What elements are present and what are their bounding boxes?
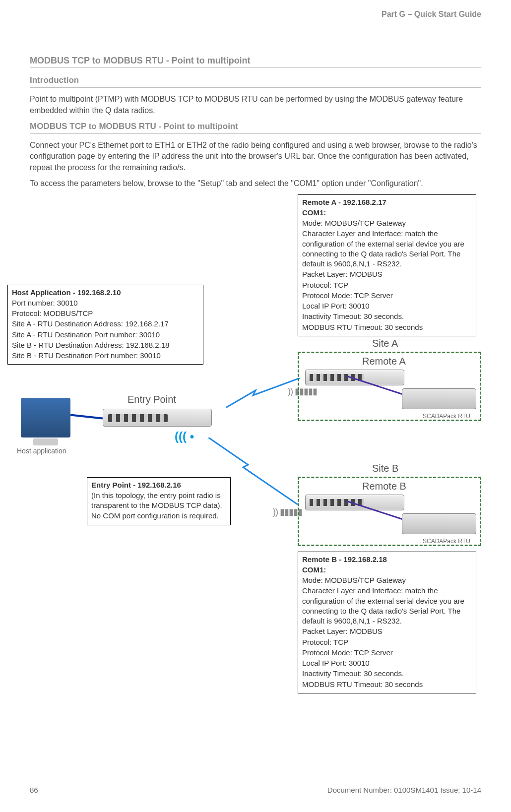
site-b-title: Site B [372, 462, 398, 475]
config-box-host: Host Application - 192.168.2.10 Port num… [7, 285, 203, 365]
entry-point-radio-icon [103, 409, 212, 427]
remote-b-title: Remote B - 192.168.2.18 [302, 555, 472, 564]
remote-a-line: Protocol: TCP [302, 280, 472, 290]
heading-intro: Introduction [30, 75, 481, 88]
host-line: Site A - RTU Destination Address: 192.16… [12, 319, 199, 329]
ethernet-cable-icon [70, 414, 103, 419]
remote-b-line: Inactivity Timeout: 30 seconds. [302, 669, 472, 679]
remote-b-label: Remote B [362, 480, 406, 493]
remote-a-line: Packet Layer: MODBUS [302, 269, 472, 279]
config-box-remote-b: Remote B - 192.168.2.18 COM1: Mode: MODB… [298, 552, 476, 693]
paragraph-connect: Connect your PC's Ethernet port to ETH1 … [30, 140, 481, 173]
page-header-part: Part G – Quick Start Guide [382, 9, 481, 20]
remote-a-line: Local IP Port: 30010 [302, 301, 472, 311]
site-a-graphic: Site A Remote A SCADAPack RTU [298, 340, 481, 422]
remote-a-com: COM1: [302, 208, 472, 218]
site-a-title: Site A [372, 337, 398, 350]
remote-b-line: MODBUS RTU Timeout: 30 seconds [302, 680, 472, 689]
remote-a-title: Remote A - 192.168.2.17 [302, 197, 472, 207]
rtu-a-label: SCADAPack RTU [423, 412, 470, 420]
page-number: 86 [30, 785, 38, 795]
remote-b-com: COM1: [302, 565, 472, 575]
rtu-b-label: SCADAPack RTU [423, 537, 470, 545]
page-footer: 86 Document Number: 0100SM1401 Issue: 10… [30, 785, 481, 795]
remote-a-line: Inactivity Timeout: 30 seconds. [302, 312, 472, 321]
remote-a-radio-icon [305, 370, 404, 385]
site-b-graphic: Site B Remote B SCADAPack RTU [298, 465, 481, 547]
remote-a-label: Remote A [362, 355, 406, 368]
host-entry-graphic: Host application Entry Point ((( • [21, 388, 234, 457]
remote-b-radio-icon [305, 495, 404, 510]
host-line: Site B - RTU Destination Address: 192.16… [12, 340, 199, 350]
host-line: Port number: 30010 [12, 298, 199, 308]
paragraph-intro: Point to multipoint (PTMP) with MODBUS T… [30, 94, 481, 116]
rtu-b-icon [402, 513, 476, 534]
config-box-remote-a: Remote A - 192.168.2.17 COM1: Mode: MODB… [298, 194, 476, 336]
remote-a-line: Character Layer and Interface: match the… [302, 229, 472, 269]
remote-b-line: Character Layer and Interface: match the… [302, 586, 472, 626]
host-pc-icon [21, 398, 70, 437]
wireless-icon: ((( • [175, 429, 194, 444]
remote-b-line: Local IP Port: 30010 [302, 658, 472, 668]
paragraph-access: To access the parameters below, browse t… [30, 178, 481, 189]
host-line: Site B - RTU Destination Port number: 30… [12, 351, 199, 361]
remote-b-line: Protocol Mode: TCP Server [302, 648, 472, 658]
remote-a-line: Protocol Mode: TCP Server [302, 291, 472, 301]
host-line: Protocol: MODBUS/TCP [12, 309, 199, 318]
entry-line: (In this topology, the entry point radio… [91, 491, 226, 511]
heading-repeat: MODBUS TCP to MODBUS RTU - Point to mult… [30, 121, 481, 134]
remote-a-line: Mode: MODBUS/TCP Gateway [302, 218, 472, 228]
remote-b-line: Protocol: TCP [302, 637, 472, 647]
config-box-entry: Entry Point - 192.168.2.16 (In this topo… [87, 477, 231, 525]
topology-diagram: Remote A - 192.168.2.17 COM1: Mode: MODB… [30, 194, 481, 700]
host-line: Site A - RTU Destination Port number: 30… [12, 330, 199, 340]
host-title: Host Application - 192.168.2.10 [12, 288, 199, 298]
remote-b-line: Mode: MODBUS/TCP Gateway [302, 575, 472, 585]
entry-point-label: Entry Point [128, 393, 176, 406]
remote-a-line: MODBUS RTU Timeout: 30 seconds [302, 322, 472, 332]
remote-b-line: Packet Layer: MODBUS [302, 626, 472, 636]
document-number: Document Number: 0100SM1401 Issue: 10-14 [327, 785, 481, 795]
rtu-a-icon [402, 388, 476, 409]
entry-title: Entry Point - 192.168.2.16 [91, 480, 226, 490]
entry-line: No COM port configuration is required. [91, 511, 226, 521]
host-app-label: Host application [17, 446, 66, 456]
heading-main: MODBUS TCP to MODBUS RTU - Point to mult… [30, 55, 481, 68]
